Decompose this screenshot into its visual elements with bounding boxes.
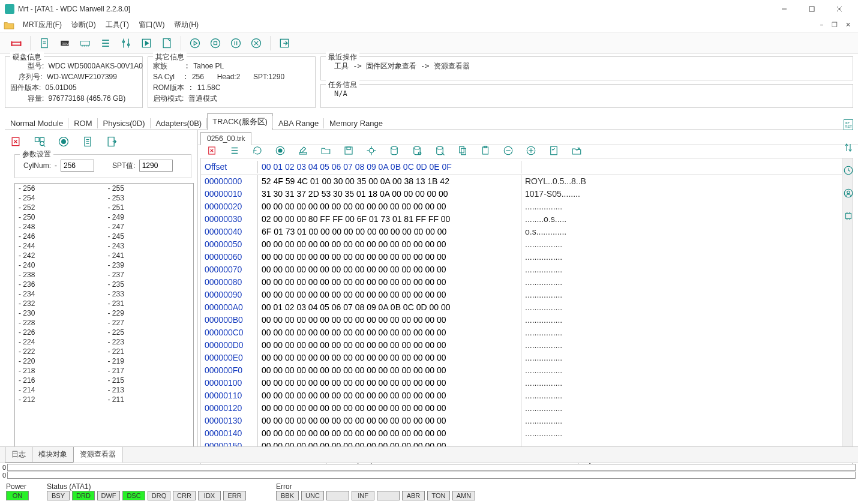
- list-item[interactable]: - 248- 247: [15, 222, 193, 232]
- left-tool-page-icon[interactable]: [82, 136, 94, 149]
- hex-tool-save-icon[interactable]: [343, 145, 354, 158]
- hex-row[interactable]: 000000D000 00 00 00 00 00 00 00 00 00 00…: [201, 339, 842, 352]
- main-tab-1[interactable]: ROM: [68, 116, 97, 130]
- list-item[interactable]: - 216- 215: [15, 376, 193, 385]
- file-tab[interactable]: 0256_00.trk: [200, 132, 251, 145]
- tool-bed-icon[interactable]: [6, 33, 26, 53]
- menu-help[interactable]: 帮助(H): [174, 20, 199, 30]
- mdi-close-button[interactable]: ✕: [841, 19, 854, 32]
- main-tab-4[interactable]: TRACK(服务区): [207, 113, 273, 130]
- list-item[interactable]: - 234- 233: [15, 289, 193, 299]
- tool-pause-icon[interactable]: [226, 33, 246, 53]
- hex-tool-minus-icon[interactable]: [503, 145, 514, 158]
- bottom-tab-1[interactable]: 模块对象: [32, 447, 74, 463]
- hex-tool-plus-icon[interactable]: [526, 145, 536, 158]
- mdi-restore-button[interactable]: ❐: [828, 19, 841, 32]
- hex-row[interactable]: 0000011000 00 00 00 00 00 00 00 00 00 00…: [201, 389, 842, 402]
- list-item[interactable]: - 254- 253: [15, 193, 193, 203]
- hex-row[interactable]: 0000008000 00 00 00 00 00 00 00 00 00 00…: [201, 276, 842, 289]
- tool-cancel-icon[interactable]: [246, 33, 266, 53]
- list-item[interactable]: - 256- 255: [15, 184, 193, 193]
- hex-tool-target-icon[interactable]: [366, 145, 377, 158]
- close-button[interactable]: [826, 0, 853, 18]
- hex-row[interactable]: 000000A000 01 02 03 04 05 06 07 08 09 0A…: [201, 301, 842, 314]
- tool-ram-icon[interactable]: [75, 33, 95, 53]
- list-item[interactable]: - 252- 251: [15, 203, 193, 212]
- list-item[interactable]: - 232- 231: [15, 299, 193, 308]
- left-tool-delete-icon[interactable]: [10, 136, 22, 149]
- hex-tool-checklist-icon[interactable]: [548, 145, 559, 158]
- right-adjust-icon[interactable]: [841, 140, 856, 155]
- main-tab-2[interactable]: Physics(0D): [98, 116, 151, 130]
- menu-tools[interactable]: 工具(T): [106, 20, 129, 30]
- right-rst-button[interactable]: 0⟳RST: [841, 118, 856, 132]
- tool-play-icon[interactable]: [185, 33, 205, 53]
- list-item[interactable]: - 240- 239: [15, 260, 193, 270]
- menu-diag[interactable]: 诊断(D): [71, 20, 96, 30]
- minimize-button[interactable]: [770, 0, 798, 18]
- menu-window[interactable]: 窗口(W): [139, 20, 164, 30]
- spt-input[interactable]: [139, 160, 173, 172]
- main-tab-5[interactable]: ABA Range: [273, 116, 324, 130]
- list-item[interactable]: - 218- 217: [15, 366, 193, 376]
- track-list[interactable]: - 256- 255- 254- 253- 252- 251- 250- 249…: [14, 183, 194, 454]
- hex-tool-share-icon[interactable]: [571, 145, 582, 158]
- hex-viewer[interactable]: Offset 00 01 02 03 04 05 06 07 08 09 0A …: [200, 158, 853, 454]
- right-clock-icon[interactable]: [841, 163, 856, 178]
- list-item[interactable]: - 212- 211: [15, 395, 193, 404]
- hex-tool-db3-icon[interactable]: [434, 145, 445, 158]
- hex-row[interactable]: 0000000052 4F 59 4C 01 00 30 00 35 00 0A…: [201, 175, 842, 188]
- left-tool-record-icon[interactable]: [58, 136, 70, 149]
- menu-mrt[interactable]: MRT应用(F): [23, 20, 62, 30]
- hex-row[interactable]: 0000006000 00 00 00 00 00 00 00 00 00 00…: [201, 251, 842, 263]
- left-tool-search-icon[interactable]: [34, 136, 46, 149]
- hex-row[interactable]: 0000014000 00 00 00 00 00 00 00 00 00 00…: [201, 427, 842, 440]
- tool-stop-icon[interactable]: [205, 33, 226, 53]
- hex-tool-edit-icon[interactable]: [298, 145, 308, 158]
- hex-row[interactable]: 0000009000 00 00 00 00 00 00 00 00 00 00…: [201, 289, 842, 301]
- list-item[interactable]: - 244- 243: [15, 241, 193, 251]
- list-item[interactable]: - 224- 223: [15, 337, 193, 347]
- hex-tool-record-icon[interactable]: [275, 145, 286, 158]
- hex-row[interactable]: 0000005000 00 00 00 00 00 00 00 00 00 00…: [201, 238, 842, 251]
- hex-tool-lines-icon[interactable]: [229, 145, 240, 158]
- tool-run-icon[interactable]: [136, 33, 157, 53]
- tool-list-icon[interactable]: [95, 33, 116, 53]
- hex-row[interactable]: 000000406F 01 73 01 00 00 00 00 00 00 00…: [201, 226, 842, 238]
- hex-tool-refresh-icon[interactable]: [252, 145, 263, 158]
- tool-doc-icon[interactable]: [34, 33, 55, 53]
- list-item[interactable]: - 242- 241: [15, 251, 193, 260]
- hex-row[interactable]: 000000E000 00 00 00 00 00 00 00 00 00 00…: [201, 352, 842, 364]
- cylnum-input[interactable]: [61, 160, 94, 172]
- list-item[interactable]: - 220- 219: [15, 356, 193, 366]
- hex-row[interactable]: 0000010000 00 00 00 00 00 00 00 00 00 00…: [201, 377, 842, 389]
- hex-tool-delete-icon[interactable]: [206, 145, 217, 158]
- list-item[interactable]: - 214- 213: [15, 385, 193, 395]
- tool-export-icon[interactable]: [274, 33, 295, 53]
- main-tab-3[interactable]: Adapters(0B): [151, 116, 208, 130]
- list-item[interactable]: - 226- 225: [15, 328, 193, 337]
- right-chip-icon[interactable]: [841, 209, 856, 223]
- tool-rom-icon[interactable]: ROM: [55, 33, 75, 53]
- hex-row[interactable]: 000000B000 00 00 00 00 00 00 00 00 00 00…: [201, 314, 842, 326]
- maximize-button[interactable]: [798, 0, 826, 18]
- list-item[interactable]: - 222- 221: [15, 347, 193, 356]
- hex-tool-paste-icon[interactable]: [480, 145, 491, 158]
- hex-row[interactable]: 0000003002 00 00 00 80 FF FF 00 6F 01 73…: [201, 213, 842, 226]
- main-tab-0[interactable]: Normal Module: [5, 116, 68, 130]
- right-user-icon[interactable]: [841, 186, 856, 200]
- tool-note-icon[interactable]: [157, 33, 177, 53]
- list-item[interactable]: - 250- 249: [15, 212, 193, 222]
- hex-row[interactable]: 0000002000 00 00 00 00 00 00 00 00 00 00…: [201, 200, 842, 213]
- hex-row[interactable]: 0000013000 00 00 00 00 00 00 00 00 00 00…: [201, 415, 842, 427]
- list-item[interactable]: - 230- 229: [15, 308, 193, 318]
- hex-tool-db2-icon[interactable]: [412, 145, 422, 158]
- list-item[interactable]: - 238- 237: [15, 270, 193, 280]
- left-tool-export-icon[interactable]: [106, 136, 118, 149]
- main-tab-6[interactable]: Memory Range: [324, 116, 388, 130]
- list-item[interactable]: - 236- 235: [15, 280, 193, 289]
- hex-row[interactable]: 0000012000 00 00 00 00 00 00 00 00 00 00…: [201, 402, 842, 415]
- hex-row[interactable]: 0000001031 30 31 37 2D 53 30 35 01 18 0A…: [201, 188, 842, 200]
- list-item[interactable]: - 228- 227: [15, 318, 193, 328]
- bottom-tab-0[interactable]: 日志: [5, 447, 32, 463]
